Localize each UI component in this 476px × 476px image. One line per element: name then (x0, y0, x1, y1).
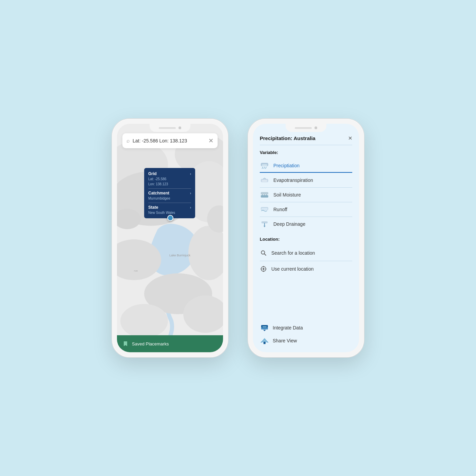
bookmark-icon (122, 341, 129, 347)
popup-state-arrow: › (190, 206, 191, 209)
variable-list: Preciptiation Evapotranspiration (260, 158, 352, 231)
search-location-icon (260, 249, 267, 257)
runoff-label: Runoff (273, 207, 287, 212)
popup-catchment-header: Catchment › (148, 191, 191, 196)
map-pin[interactable] (167, 215, 173, 221)
svg-rect-41 (262, 326, 267, 327)
current-location-label: Use current location (271, 266, 314, 272)
phone-menu: Precipitation: Australia × Variable: (248, 119, 364, 357)
popup-catchment-arrow: › (190, 191, 191, 195)
svg-text:rve: rve (134, 269, 138, 272)
bottom-actions: Integrate Data Share View (260, 323, 352, 345)
svg-rect-40 (261, 328, 268, 329)
pin-dot (167, 215, 173, 221)
share-icon (260, 336, 269, 345)
search-icon: ⌕ (126, 138, 130, 144)
map-popup[interactable]: Grid › Lat: -25.586 Lon: 138.123 Catchme… (144, 168, 195, 218)
search-bar[interactable]: ⌕ Lat: -25.586 Lon: 138.123 ✕ (122, 133, 218, 148)
popup-state-header: State › (148, 205, 191, 210)
saved-placemarks-label: Saved Placemarks (132, 341, 169, 346)
notch-right (286, 124, 326, 132)
svg-rect-28 (261, 208, 268, 210)
variable-deep-drainage[interactable]: Deep Drainage (260, 217, 352, 231)
popup-state-value: New South Wales (148, 210, 191, 215)
popup-grid-lat: Lat: -25.586 (148, 177, 191, 181)
notch-bar (159, 127, 176, 129)
svg-line-19 (266, 167, 266, 169)
location-section-label: Location: (260, 237, 352, 242)
current-location-item[interactable]: Use current location (260, 261, 352, 277)
share-view-label: Share View (273, 338, 297, 343)
phone-map-inner: Lake Burrinjuck rve ew ⌕ Lat: -25.586 Lo… (117, 124, 223, 352)
phone-menu-inner: Precipitation: Australia × Variable: (253, 124, 359, 352)
current-location-icon (260, 265, 267, 273)
integrate-icon (260, 323, 269, 333)
popup-catchment-value: Murrumbidgee (148, 196, 191, 201)
location-list: Search for a location (260, 245, 352, 277)
svg-point-34 (263, 268, 265, 270)
popup-state-label: State (148, 205, 158, 210)
svg-rect-16 (262, 164, 267, 166)
integrate-data-label: Integrate Data (273, 325, 303, 330)
phone-map: Lake Burrinjuck rve ew ⌕ Lat: -25.586 Lo… (112, 119, 228, 357)
popup-grid-lon: Lon: 138.123 (148, 182, 191, 186)
evapotranspiration-label: Evapotranspiration (273, 177, 313, 183)
panel-header: Precipitation: Australia × (260, 135, 352, 145)
menu-screen: Precipitation: Australia × Variable: (253, 124, 359, 352)
svg-rect-43 (264, 342, 266, 344)
integrate-data-action[interactable]: Integrate Data (260, 323, 352, 333)
svg-point-8 (120, 304, 168, 338)
close-icon[interactable]: ✕ (208, 137, 214, 144)
deep-drainage-label: Deep Drainage (273, 221, 305, 227)
notch-camera (178, 126, 181, 129)
popup-catchment-label: Catchment (148, 191, 169, 196)
search-location-label: Search for a location (271, 250, 315, 256)
svg-line-17 (262, 167, 263, 169)
map-background: Lake Burrinjuck rve ew (117, 124, 223, 352)
popup-grid-arrow: › (190, 172, 191, 176)
panel-close-button[interactable]: × (348, 135, 352, 141)
runoff-icon (260, 206, 269, 213)
variable-runoff[interactable]: Runoff (260, 202, 352, 217)
svg-line-32 (265, 254, 266, 256)
soil-moisture-label: Soil Moisture (273, 192, 301, 198)
search-location-item[interactable]: Search for a location (260, 245, 352, 261)
active-underline (260, 172, 352, 173)
variable-evapotranspiration[interactable]: Evapotranspiration (260, 173, 352, 188)
notch-camera-right (314, 126, 317, 129)
search-text: Lat: -25.586 Lon: 138.123 (133, 138, 208, 143)
popup-grid-label: Grid (148, 171, 157, 176)
precipitation-label: Preciptiation (273, 163, 300, 168)
popup-catchment-section: Catchment › Murrumbidgee (148, 189, 191, 203)
variable-section-label: Variable: (260, 150, 352, 155)
notch-bar-right (295, 127, 312, 129)
rain-icon (260, 162, 269, 169)
variable-soil-moisture[interactable]: Soil Moisture (260, 188, 352, 202)
popup-state-section: State › New South Wales (148, 203, 191, 215)
popup-grid-header: Grid › (148, 171, 191, 176)
soil-icon (260, 191, 269, 199)
bottom-bar[interactable]: Saved Placemarks (117, 335, 223, 352)
notch-left (150, 124, 190, 132)
svg-rect-21 (262, 180, 267, 182)
svg-line-18 (264, 167, 265, 169)
svg-text:Lake Burrinjuck: Lake Burrinjuck (169, 254, 191, 257)
svg-rect-22 (261, 192, 268, 194)
phones-container: Lake Burrinjuck rve ew ⌕ Lat: -25.586 Lo… (112, 119, 364, 357)
drain-icon (260, 220, 269, 228)
svg-rect-23 (261, 195, 268, 198)
panel-title: Precipitation: Australia (260, 135, 316, 141)
popup-grid-section: Grid › Lat: -25.586 Lon: 138.123 (148, 171, 191, 189)
share-view-action[interactable]: Share View (260, 336, 352, 345)
variable-precipitation[interactable]: Preciptiation (260, 158, 352, 173)
evap-icon (260, 176, 269, 184)
